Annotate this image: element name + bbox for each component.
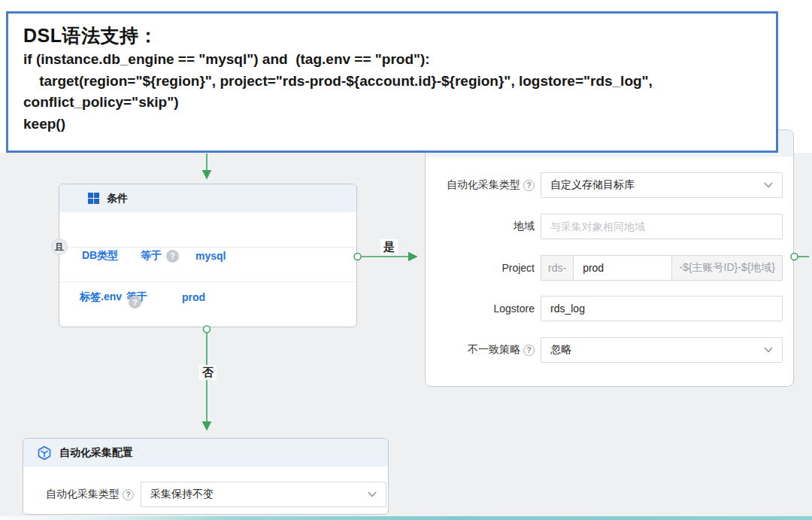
dsl-title: DSL语法支持： bbox=[23, 24, 761, 47]
help-icon[interactable] bbox=[166, 250, 179, 263]
and-join-badge: 且 bbox=[51, 239, 68, 255]
form-row-logstore: Logstore rds_log bbox=[438, 296, 783, 321]
field-label: 自动化采集类型 bbox=[46, 488, 120, 501]
help-icon[interactable] bbox=[129, 296, 141, 309]
auto-collect-node-title: 自动化采集配置 bbox=[59, 446, 133, 460]
chevron-down-icon bbox=[764, 182, 773, 188]
form-row-conflict-policy: 不一致策略 忽略 bbox=[438, 337, 783, 363]
auto-collect-node-header: 自动化采集配置 bbox=[23, 439, 388, 467]
cube-icon bbox=[37, 445, 52, 461]
bottom-scroll-bar[interactable] bbox=[0, 516, 812, 520]
condition-value[interactable]: prod bbox=[182, 291, 205, 303]
help-icon[interactable] bbox=[523, 345, 535, 356]
edge-label-yes: 是 bbox=[380, 239, 398, 254]
condition-field[interactable]: 标签.env bbox=[80, 290, 126, 304]
field-label: Project bbox=[501, 262, 535, 274]
condition-node-header: 条件 bbox=[59, 184, 356, 212]
condition-field[interactable]: DB类型 bbox=[82, 249, 141, 263]
conflict-policy-select[interactable]: 忽略 bbox=[541, 337, 783, 363]
project-prefix: rds- bbox=[541, 255, 574, 281]
field-label: Logstore bbox=[494, 303, 535, 315]
condition-row-2[interactable]: 标签.env 等于 prod bbox=[80, 290, 205, 305]
selected-value: 忽略 bbox=[550, 343, 571, 357]
project-input-group[interactable]: rds- prod -${主账号ID}-${地域} bbox=[541, 255, 783, 281]
help-icon[interactable] bbox=[523, 180, 535, 191]
condition-row-1[interactable]: DB类型 等于 mysql bbox=[82, 248, 226, 263]
collect-type-select[interactable]: 采集保持不变 bbox=[141, 482, 386, 507]
target-config-panel[interactable]: 自动化采集类型 自定义存储目标库 地域 Project rds- prod -$… bbox=[425, 129, 794, 387]
form-row-collect-type: 自动化采集类型 自定义存储目标库 bbox=[438, 172, 783, 198]
input-value: rds_log bbox=[550, 303, 585, 315]
dsl-code: if (instance.db_engine == "mysql") and (… bbox=[23, 49, 761, 135]
condition-node-title: 条件 bbox=[107, 192, 128, 205]
form-row-region: 地域 bbox=[438, 214, 783, 239]
chevron-down-icon bbox=[764, 347, 773, 353]
condition-grid-icon bbox=[88, 193, 99, 204]
region-input[interactable] bbox=[541, 214, 783, 239]
flow-editor-canvas: 条件 DB类型 等于 mysql 且 标签.env 等于 prod 自动化采集类… bbox=[0, 0, 812, 520]
condition-value[interactable]: mysql bbox=[195, 250, 226, 262]
selected-value: 采集保持不变 bbox=[150, 488, 214, 501]
condition-node[interactable]: 条件 DB类型 等于 mysql 且 标签.env 等于 prod bbox=[59, 184, 357, 327]
help-icon[interactable] bbox=[123, 489, 134, 500]
edge-label-no: 否 bbox=[199, 365, 217, 380]
logstore-input[interactable]: rds_log bbox=[541, 296, 783, 321]
divider bbox=[59, 281, 356, 282]
condition-operator[interactable]: 等于 bbox=[141, 249, 162, 263]
project-input[interactable]: prod bbox=[573, 255, 672, 281]
divider bbox=[59, 247, 356, 248]
field-label: 地域 bbox=[514, 220, 535, 233]
form-row-collect-type: 自动化采集类型 采集保持不变 bbox=[46, 482, 386, 507]
project-suffix: -${主账号ID}-${地域} bbox=[671, 255, 783, 281]
field-label: 不一致策略 bbox=[468, 343, 520, 357]
auto-collect-config-node[interactable]: 自动化采集配置 自动化采集类型 采集保持不变 bbox=[23, 438, 389, 515]
form-row-project: Project rds- prod -${主账号ID}-${地域} bbox=[438, 255, 783, 281]
dsl-syntax-overlay: DSL语法支持： if (instance.db_engine == "mysq… bbox=[6, 11, 778, 153]
field-label: 自动化采集类型 bbox=[447, 178, 520, 192]
collect-type-select[interactable]: 自定义存储目标库 bbox=[541, 172, 783, 198]
selected-value: 自定义存储目标库 bbox=[550, 178, 635, 192]
chevron-down-icon bbox=[368, 491, 377, 497]
